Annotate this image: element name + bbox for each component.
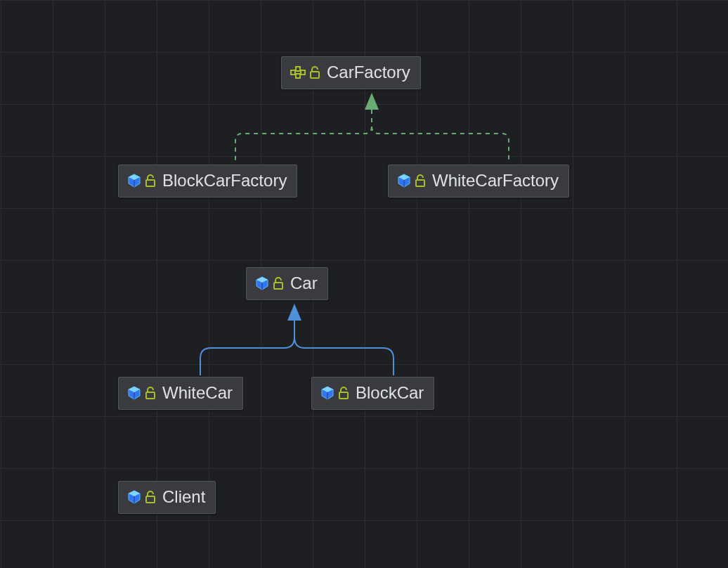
node-whitecar[interactable]: WhiteCar bbox=[118, 377, 243, 410]
class-icon bbox=[127, 490, 141, 504]
node-label: Car bbox=[290, 273, 318, 294]
diagram-canvas[interactable]: CarFactory BlockCarFactory bbox=[0, 0, 728, 568]
class-icon bbox=[255, 276, 269, 290]
edge-blockcar-to-car bbox=[294, 321, 394, 375]
svg-rect-0 bbox=[291, 70, 295, 75]
svg-rect-2 bbox=[296, 74, 300, 78]
class-icon bbox=[127, 174, 141, 188]
edge-whitecarfactory-to-carfactory bbox=[372, 110, 509, 163]
unlock-icon bbox=[145, 174, 157, 187]
svg-rect-8 bbox=[146, 392, 155, 399]
class-icon bbox=[397, 174, 411, 188]
unlock-icon bbox=[145, 387, 157, 399]
interface-icon bbox=[290, 66, 306, 79]
node-label: BlockCar bbox=[356, 383, 424, 404]
svg-rect-5 bbox=[146, 180, 155, 186]
node-label: BlockCarFactory bbox=[162, 171, 287, 191]
svg-rect-6 bbox=[416, 180, 424, 186]
node-whitecarfactory[interactable]: WhiteCarFactory bbox=[388, 164, 569, 198]
node-car[interactable]: Car bbox=[246, 267, 328, 300]
node-label: WhiteCarFactory bbox=[432, 171, 559, 191]
node-label: WhiteCar bbox=[162, 383, 233, 404]
node-label: Client bbox=[162, 487, 205, 508]
node-blockcar[interactable]: BlockCar bbox=[311, 377, 434, 410]
unlock-icon bbox=[145, 491, 157, 503]
svg-rect-3 bbox=[301, 70, 305, 75]
extends-arrowhead bbox=[287, 304, 301, 321]
node-label: CarFactory bbox=[327, 63, 410, 83]
node-blockcarfactory[interactable]: BlockCarFactory bbox=[118, 164, 297, 198]
svg-rect-9 bbox=[339, 392, 348, 399]
unlock-icon bbox=[273, 277, 285, 290]
edge-whitecar-to-car bbox=[200, 321, 294, 375]
node-carfactory[interactable]: CarFactory bbox=[281, 56, 421, 89]
svg-rect-4 bbox=[311, 72, 319, 78]
unlock-icon bbox=[339, 387, 350, 399]
unlock-icon bbox=[415, 174, 427, 187]
edge-blockcarfactory-to-carfactory bbox=[235, 110, 372, 163]
svg-rect-7 bbox=[274, 283, 282, 289]
class-icon bbox=[320, 386, 334, 400]
class-icon bbox=[127, 386, 141, 400]
unlock-icon bbox=[310, 66, 321, 79]
svg-rect-1 bbox=[296, 67, 300, 71]
extends-arrowhead bbox=[365, 93, 379, 110]
svg-rect-10 bbox=[146, 496, 155, 503]
node-client[interactable]: Client bbox=[118, 481, 216, 514]
